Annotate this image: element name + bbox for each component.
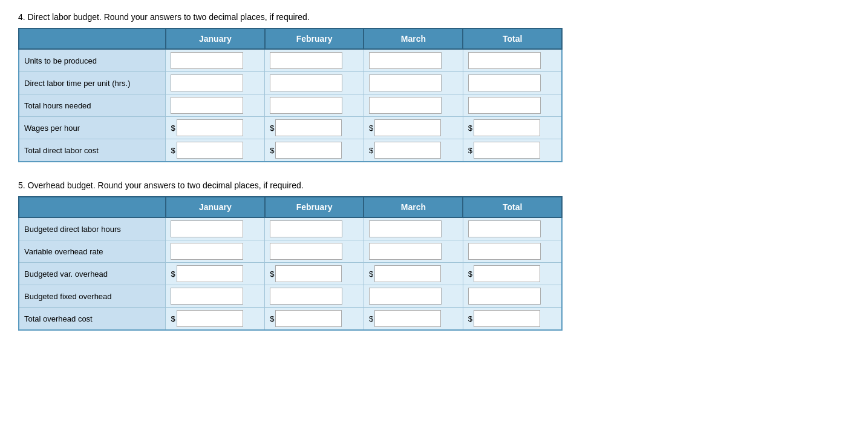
table-row: Direct labor time per unit (hrs.)	[19, 72, 562, 94]
table-row: Budgeted direct labor hours	[19, 217, 562, 240]
input-units-mar[interactable]	[369, 52, 442, 69]
cell-feb: $	[265, 117, 364, 139]
input-toc-mar[interactable]	[374, 310, 441, 327]
cell-total: $	[463, 117, 562, 139]
input-bvo-feb[interactable]	[275, 265, 342, 282]
cell-mar: $	[364, 308, 463, 331]
cell-jan	[166, 217, 265, 240]
input-dltime-jan[interactable]	[171, 74, 243, 91]
input-units-jan[interactable]	[171, 52, 243, 69]
input-totalhrs-jan[interactable]	[171, 97, 243, 114]
cell-total	[463, 49, 562, 72]
cell-feb: $	[265, 263, 364, 285]
input-vor-total[interactable]	[468, 243, 541, 260]
input-totalhrs-feb[interactable]	[270, 97, 342, 114]
q5-header-january: January	[166, 197, 265, 217]
input-totalhrs-total[interactable]	[468, 97, 541, 114]
dollar-sign: $	[468, 124, 472, 133]
cell-jan	[166, 94, 265, 117]
row-label: Variable overhead rate	[19, 240, 166, 263]
cell-mar: $	[364, 117, 463, 139]
question4-label: 4. Direct labor budget. Round your answe…	[18, 12, 850, 22]
input-bdlh-jan[interactable]	[171, 220, 243, 237]
input-bfo-jan[interactable]	[171, 288, 243, 305]
question5-label: 5. Overhead budget. Round your answers t…	[18, 180, 850, 190]
input-vor-mar[interactable]	[369, 243, 442, 260]
input-totaldl-total[interactable]	[474, 142, 540, 159]
input-totaldl-jan[interactable]	[177, 142, 243, 159]
dollar-sign: $	[270, 314, 274, 323]
table-row: Budgeted fixed overhead	[19, 285, 562, 308]
input-bfo-mar[interactable]	[369, 288, 442, 305]
input-toc-jan[interactable]	[177, 310, 243, 327]
input-bdlh-total[interactable]	[468, 220, 541, 237]
cell-jan	[166, 240, 265, 263]
cell-feb	[265, 285, 364, 308]
cell-mar	[364, 49, 463, 72]
table-row: Variable overhead rate	[19, 240, 562, 263]
question4-table: January February March Total Units to be…	[18, 28, 563, 162]
q4-header-empty	[19, 28, 166, 49]
dollar-sign: $	[171, 124, 175, 133]
row-label: Total direct labor cost	[19, 139, 166, 162]
dollar-sign: $	[171, 314, 175, 323]
input-totaldl-mar[interactable]	[374, 142, 441, 159]
cell-mar	[364, 285, 463, 308]
row-label: Budgeted direct labor hours	[19, 217, 166, 240]
cell-total	[463, 285, 562, 308]
input-wages-total[interactable]	[474, 119, 540, 136]
input-wages-mar[interactable]	[374, 119, 441, 136]
input-vor-feb[interactable]	[270, 243, 342, 260]
dollar-sign: $	[270, 269, 274, 279]
cell-mar	[364, 72, 463, 94]
input-bdlh-mar[interactable]	[369, 220, 442, 237]
question5-table: January February March Total Budgeted di…	[18, 196, 563, 331]
dollar-sign: $	[171, 269, 175, 279]
input-dltime-feb[interactable]	[270, 74, 342, 91]
input-toc-total[interactable]	[474, 310, 540, 327]
input-bvo-mar[interactable]	[374, 265, 441, 282]
cell-total: $	[463, 308, 562, 331]
cell-total	[463, 240, 562, 263]
q4-header-february: February	[265, 28, 364, 49]
q4-header-total: Total	[463, 28, 562, 49]
dollar-sign: $	[369, 269, 373, 279]
input-bvo-jan[interactable]	[177, 265, 243, 282]
q5-header-february: February	[265, 197, 364, 217]
cell-total	[463, 72, 562, 94]
dollar-sign: $	[369, 146, 373, 155]
input-bfo-feb[interactable]	[270, 288, 342, 305]
cell-feb: $	[265, 308, 364, 331]
input-units-total[interactable]	[468, 52, 541, 69]
cell-jan	[166, 285, 265, 308]
row-label: Total overhead cost	[19, 308, 166, 331]
input-wages-jan[interactable]	[177, 119, 243, 136]
cell-jan: $	[166, 139, 265, 162]
input-dltime-total[interactable]	[468, 74, 541, 91]
input-wages-feb[interactable]	[275, 119, 342, 136]
input-bvo-total[interactable]	[474, 265, 540, 282]
input-units-feb[interactable]	[270, 52, 342, 69]
cell-jan: $	[166, 308, 265, 331]
input-dltime-mar[interactable]	[369, 74, 442, 91]
input-totaldl-feb[interactable]	[275, 142, 342, 159]
dollar-sign: $	[270, 124, 274, 133]
cell-feb	[265, 49, 364, 72]
table-row: Units to be produced	[19, 49, 562, 72]
cell-total	[463, 217, 562, 240]
cell-jan: $	[166, 263, 265, 285]
dollar-sign: $	[270, 146, 274, 155]
cell-total: $	[463, 139, 562, 162]
input-totalhrs-mar[interactable]	[369, 97, 442, 114]
cell-mar: $	[364, 139, 463, 162]
input-bfo-total[interactable]	[468, 288, 541, 305]
dollar-sign: $	[468, 314, 472, 323]
input-bdlh-feb[interactable]	[270, 220, 342, 237]
dollar-sign: $	[171, 146, 175, 155]
input-toc-feb[interactable]	[275, 310, 342, 327]
dollar-sign: $	[468, 146, 472, 155]
q5-header-empty	[19, 197, 166, 217]
input-vor-jan[interactable]	[171, 243, 243, 260]
cell-total	[463, 94, 562, 117]
cell-mar	[364, 94, 463, 117]
